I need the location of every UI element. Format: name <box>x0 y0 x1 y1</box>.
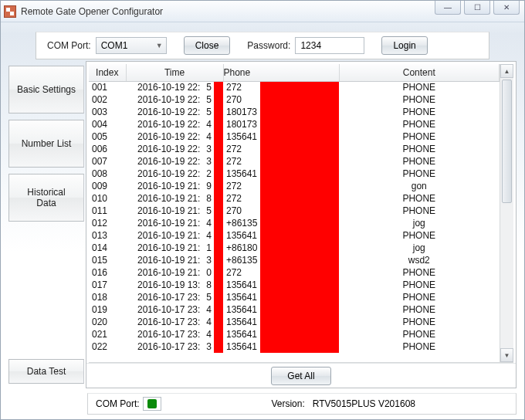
redaction-mask <box>214 106 223 118</box>
scroll-down-arrow-icon[interactable]: ▼ <box>500 348 513 362</box>
password-input[interactable] <box>295 37 364 54</box>
cell-phone: 135641 <box>223 279 339 291</box>
redaction-mask <box>260 93 339 106</box>
table-row[interactable]: 0172016-10-19 13:8135641PHONE <box>89 279 500 291</box>
table-row[interactable]: 0042016-10-19 22:4180173PHONE <box>89 118 500 130</box>
cell-content: PHONE <box>339 303 500 316</box>
maximize-button[interactable]: ☐ <box>464 1 490 15</box>
historical-data-table: Index Time Phone Content 0012016-10-19 2… <box>89 64 500 353</box>
redaction-mask <box>260 316 339 328</box>
table-row[interactable]: 0112016-10-19 21:5270PHONE <box>89 205 500 217</box>
redaction-mask <box>214 155 223 168</box>
table-row[interactable]: 0142016-10-19 21:1+86180jog <box>89 242 500 254</box>
minimize-button[interactable]: — <box>435 1 461 15</box>
redaction-mask <box>214 340 223 353</box>
redaction-mask <box>214 303 223 316</box>
cell-phone: 272 <box>223 266 339 279</box>
cell-phone: 135641 <box>223 291 339 303</box>
cell-index: 004 <box>89 118 126 130</box>
cell-phone: 180173 <box>223 118 339 130</box>
redaction-mask <box>260 205 339 217</box>
col-header-content[interactable]: Content <box>339 64 500 81</box>
cell-time: 2016-10-19 21:8 <box>126 192 223 205</box>
login-button[interactable]: Login <box>381 36 427 55</box>
table-row[interactable]: 0202016-10-17 23:4135641PHONE <box>89 316 500 328</box>
close-window-button[interactable]: ✕ <box>493 1 520 15</box>
com-port-value: COM1 <box>101 40 128 51</box>
redaction-mask <box>260 340 339 353</box>
cell-time: 2016-10-19 21:1 <box>126 242 223 254</box>
table-row[interactable]: 0012016-10-19 22:5272PHONE <box>89 81 500 93</box>
cell-time: 2016-10-19 22:4 <box>126 130 223 143</box>
cell-content: PHONE <box>339 168 500 180</box>
redaction-mask <box>214 82 223 94</box>
table-row[interactable]: 0092016-10-19 21:9272gon <box>89 180 500 192</box>
scroll-up-arrow-icon[interactable]: ▲ <box>500 64 513 78</box>
cell-index: 016 <box>89 266 126 279</box>
redaction-mask <box>214 229 223 242</box>
led-indicator-icon <box>147 399 157 408</box>
table-row[interactable]: 0132016-10-19 21:4135641PHONE <box>89 229 500 242</box>
app-icon <box>4 5 16 18</box>
status-com-port-label: COM Port: <box>96 398 140 409</box>
cell-phone: 272 <box>223 155 339 168</box>
cell-index: 006 <box>89 143 126 155</box>
cell-index: 021 <box>89 328 126 340</box>
redaction-mask <box>260 106 339 118</box>
redaction-mask <box>260 279 339 291</box>
cell-content: PHONE <box>339 266 500 279</box>
redaction-mask <box>260 168 339 180</box>
table-row[interactable]: 0182016-10-17 23:5135641PHONE <box>89 291 500 303</box>
redaction-mask <box>260 82 339 94</box>
version-value: RTV5015PLUS V201608 <box>313 398 415 409</box>
tab-number-list[interactable]: Number List <box>8 120 84 168</box>
table-row[interactable]: 0102016-10-19 21:8272PHONE <box>89 192 500 205</box>
cell-index: 005 <box>89 130 126 143</box>
table-row[interactable]: 0122016-10-19 21:4+86135jog <box>89 217 500 229</box>
redaction-mask <box>260 242 339 254</box>
cell-index: 017 <box>89 279 126 291</box>
cell-phone: 135641 <box>223 130 339 143</box>
table-row[interactable]: 0222016-10-17 23:3135641PHONE <box>89 340 500 353</box>
cell-phone: 135641 <box>223 328 339 340</box>
cell-phone: 272 <box>223 192 339 205</box>
cell-content: PHONE <box>339 291 500 303</box>
col-header-time[interactable]: Time <box>126 64 223 81</box>
com-port-label: COM Port: <box>47 40 91 51</box>
table-row[interactable]: 0162016-10-19 21:0272PHONE <box>89 266 500 279</box>
redaction-mask <box>214 316 223 328</box>
com-port-select[interactable]: COM1 ▼ <box>96 37 167 54</box>
table-row[interactable]: 0022016-10-19 22:5270PHONE <box>89 93 500 106</box>
tab-data-test[interactable]: Data Test <box>8 359 84 384</box>
scroll-thumb[interactable] <box>502 80 512 203</box>
status-bar: COM Port: Version: RTV5015PLUS V201608 <box>87 393 517 415</box>
tab-basic-settings[interactable]: Basic Settings <box>8 66 84 113</box>
cell-time: 2016-10-19 21:3 <box>126 254 223 266</box>
cell-phone: +86135 <box>223 254 339 266</box>
redaction-mask <box>260 291 339 303</box>
table-row[interactable]: 0212016-10-17 23:4135641PHONE <box>89 328 500 340</box>
cell-phone: 272 <box>223 143 339 155</box>
table-row[interactable]: 0072016-10-19 22:3272PHONE <box>89 155 500 168</box>
tab-historical-data[interactable]: Historical Data <box>8 174 84 222</box>
close-port-button[interactable]: Close <box>184 36 231 55</box>
table-row[interactable]: 0052016-10-19 22:4135641PHONE <box>89 130 500 143</box>
cell-content: PHONE <box>339 93 500 106</box>
table-row[interactable]: 0192016-10-17 23:4135641PHONE <box>89 303 500 316</box>
table-row[interactable]: 0082016-10-19 22:2135641PHONE <box>89 168 500 180</box>
cell-time: 2016-10-19 21:4 <box>126 229 223 242</box>
col-header-index[interactable]: Index <box>89 64 126 81</box>
cell-index: 015 <box>89 254 126 266</box>
redaction-mask <box>260 254 339 266</box>
table-row[interactable]: 0062016-10-19 22:3272PHONE <box>89 143 500 155</box>
get-all-button[interactable]: Get All <box>271 367 330 385</box>
titlebar: Remote Gate Opener Configurator — ☐ ✕ <box>1 1 524 22</box>
table-row[interactable]: 0032016-10-19 22:5180173PHONE <box>89 106 500 118</box>
redaction-mask <box>214 291 223 303</box>
cell-time: 2016-10-19 13:8 <box>126 279 223 291</box>
cell-time: 2016-10-19 21:5 <box>126 205 223 217</box>
cell-time: 2016-10-19 22:5 <box>126 106 223 118</box>
table-row[interactable]: 0152016-10-19 21:3+86135wsd2 <box>89 254 500 266</box>
col-header-phone[interactable]: Phone <box>223 64 339 81</box>
table-scrollbar[interactable]: ▲ ▼ <box>500 64 513 362</box>
